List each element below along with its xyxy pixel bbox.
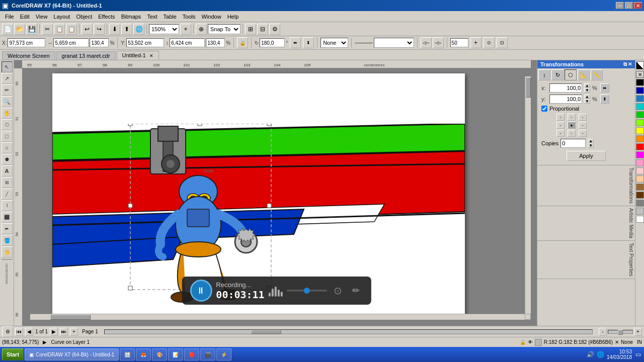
menu-bitmaps[interactable]: Bitmaps xyxy=(118,13,144,21)
transform-tab-size[interactable]: 📐 xyxy=(578,69,590,80)
zoom-out-btn[interactable]: - xyxy=(599,328,607,336)
hscroll-thumb[interactable] xyxy=(50,315,91,320)
h-coord-input[interactable] xyxy=(170,38,205,47)
mirror-v-icon[interactable]: ⬍ xyxy=(600,95,609,104)
color-swatch-orange[interactable] xyxy=(636,135,644,142)
copies-up[interactable]: ▲ xyxy=(588,139,594,143)
tool-fill[interactable]: 🪣 xyxy=(2,235,13,246)
page-setup-btn[interactable]: ⚙ xyxy=(2,326,13,337)
taskbar-notepad[interactable]: 📝 xyxy=(168,348,183,360)
color-swatch-red[interactable] xyxy=(636,143,644,150)
copy-btn[interactable]: 📋 xyxy=(54,24,65,35)
y-tf-up[interactable]: ▲ xyxy=(584,95,590,99)
menu-help[interactable]: Help xyxy=(224,13,242,21)
outline-select[interactable]: None xyxy=(320,38,348,48)
transform-tab-skew[interactable]: 📏 xyxy=(591,69,603,80)
tool-smartfill[interactable]: ⬡ xyxy=(2,119,13,130)
volume-icon[interactable]: 🔊 xyxy=(587,350,595,358)
tools-panel-btn[interactable]: ⚙ xyxy=(269,24,280,35)
tool-polygon[interactable]: ⬟ xyxy=(2,154,13,165)
tool-zoom[interactable]: 🔍 xyxy=(2,96,13,107)
tool-ellipse[interactable]: ○ xyxy=(2,142,13,153)
vscroll-thumb[interactable] xyxy=(526,77,531,98)
anchor-bc[interactable]: ◦ xyxy=(568,130,576,137)
color-swatch-silver[interactable] xyxy=(636,208,644,215)
maximize-btn[interactable]: □ xyxy=(625,2,633,9)
view-mode-btn[interactable]: ⊟ xyxy=(257,24,268,35)
next-page-btn[interactable]: ▶ xyxy=(50,328,58,336)
text-props-label[interactable]: Text Properties xyxy=(537,241,635,279)
tool-subselect[interactable]: ↗ xyxy=(2,73,13,84)
proportional-checkbox[interactable] xyxy=(541,106,547,112)
close-btn[interactable]: ✕ xyxy=(634,2,642,9)
export-btn[interactable]: ⬆ xyxy=(121,24,132,35)
progress-knob[interactable] xyxy=(304,288,310,294)
color-swatch-white[interactable] xyxy=(636,216,644,223)
x-coord-input[interactable] xyxy=(8,38,45,47)
tool-smear[interactable]: 🖐 xyxy=(2,246,13,257)
tool-freehand[interactable]: ✏ xyxy=(2,84,13,96)
panel-close-btn[interactable]: ✕ xyxy=(628,61,632,67)
menu-tools[interactable]: Tools xyxy=(180,13,199,21)
anchor-br[interactable]: ◦ xyxy=(579,130,587,137)
view-full-btn[interactable]: ⊞ xyxy=(245,24,256,35)
color-swatch-yellow[interactable] xyxy=(636,127,644,134)
taskbar-firefox[interactable]: 🦊 xyxy=(136,348,151,360)
tool-pan[interactable]: ✋ xyxy=(2,108,13,119)
anchor-tc[interactable]: ◦ xyxy=(568,114,576,121)
angle-input[interactable] xyxy=(260,38,285,47)
tool-text[interactable]: A xyxy=(2,165,13,176)
tool-rect[interactable]: □ xyxy=(2,131,13,142)
no-color-swatch[interactable]: ✕ xyxy=(636,71,644,78)
show-desktop-icon[interactable]: ▭ xyxy=(634,350,642,358)
taskbar-media1[interactable]: 🔴 xyxy=(184,348,199,360)
lock-aspect-btn[interactable]: 🔒 xyxy=(237,37,248,48)
open-btn[interactable]: 📂 xyxy=(14,24,25,35)
zoom-in-bottom-btn[interactable]: + xyxy=(634,328,642,336)
copies-down[interactable]: ▼ xyxy=(588,143,594,148)
new-btn[interactable]: 📄 xyxy=(2,24,13,35)
line-style-select[interactable] xyxy=(374,38,414,48)
horizontal-scrollbar[interactable] xyxy=(30,314,525,320)
scale-outline-btn[interactable]: ⊡ xyxy=(497,37,508,48)
tool-pen[interactable]: ✒ xyxy=(2,223,13,234)
anchor-mc[interactable]: ● xyxy=(568,122,576,129)
x-tf-up[interactable]: ▲ xyxy=(584,83,590,88)
mirror-h-btn[interactable]: ⬌ xyxy=(290,37,301,48)
transform-tab-position[interactable]: ↕ xyxy=(538,69,550,80)
rec-edit-btn[interactable]: ✏ xyxy=(349,284,363,298)
start-button[interactable]: Start xyxy=(2,348,24,360)
pause-button[interactable]: ⏸ xyxy=(190,280,212,302)
w-pct-input[interactable] xyxy=(90,38,109,47)
color-swatch-lightpink[interactable] xyxy=(636,167,644,174)
menu-text[interactable]: Text xyxy=(144,13,160,21)
y-tf-down[interactable]: ▼ xyxy=(584,99,590,104)
zoom-select[interactable]: 150% 100% 75% xyxy=(149,24,179,34)
end-arrow-btn[interactable]: ─▷ xyxy=(433,37,444,48)
menu-table[interactable]: Table xyxy=(160,13,180,21)
taskbar-explorer[interactable]: 🪟 xyxy=(120,348,135,360)
undo-btn[interactable]: ↩ xyxy=(82,24,93,35)
snap-to-btn[interactable]: ⊕ xyxy=(196,24,207,35)
tool-blend[interactable]: ⬛ xyxy=(2,212,13,223)
behind-fill-btn[interactable]: ⊙ xyxy=(484,37,495,48)
anchor-bl[interactable]: ◦ xyxy=(556,130,565,137)
zoom-in-btn[interactable]: + xyxy=(180,24,191,35)
panel-float-btn[interactable]: ⧉ xyxy=(623,61,627,67)
menu-file[interactable]: File xyxy=(2,13,17,21)
color-swatch-darkbrown[interactable] xyxy=(636,192,644,199)
cut-btn[interactable]: ✂ xyxy=(42,24,53,35)
paste-btn[interactable]: 📋 xyxy=(66,24,77,35)
prev-page-btn[interactable]: ◀ xyxy=(25,328,33,336)
outline-width-input[interactable] xyxy=(450,38,468,47)
tool-table[interactable]: ⊞ xyxy=(2,177,13,188)
apply-button[interactable]: Apply xyxy=(567,151,606,161)
color-swatch-gray[interactable] xyxy=(636,200,644,207)
minimize-btn[interactable]: ─ xyxy=(616,2,624,9)
tool-connector[interactable]: ⌇ xyxy=(2,200,13,211)
taskbar-coreldraw[interactable]: ▣ CorelDRAW X7 (64-Bit) - Untitled-1 xyxy=(25,348,119,360)
menu-view[interactable]: View xyxy=(33,13,51,21)
x-tf-input[interactable] xyxy=(549,83,582,93)
color-swatch-blue[interactable] xyxy=(636,95,644,102)
mirror-h-icon[interactable]: ⬌ xyxy=(600,83,609,93)
